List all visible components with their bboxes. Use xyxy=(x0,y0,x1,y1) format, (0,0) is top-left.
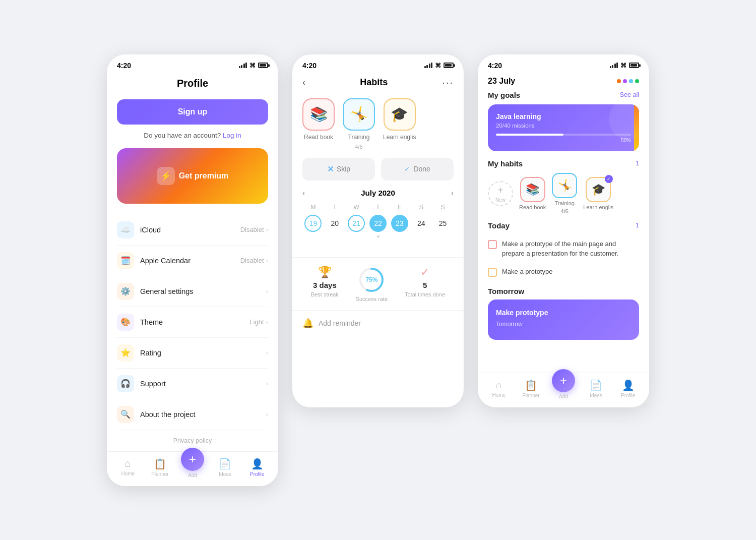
menu-item-theme[interactable]: 🎨 Theme Light › xyxy=(117,307,268,338)
skip-done-row: ✕ Skip ✓ Done xyxy=(292,158,464,189)
mini-habit-learn-english[interactable]: 🎓 ✓ Learn englis xyxy=(583,177,613,210)
chevron-right-icon: › xyxy=(266,318,268,326)
icloud-value: Disablet xyxy=(240,226,264,233)
apple-calendar-label: Apple Calendar xyxy=(140,257,240,265)
task-item-2[interactable]: Make a prototype xyxy=(488,263,639,281)
mini-learn-english-label: Learn englis xyxy=(583,204,613,210)
weekday-f: F xyxy=(389,204,410,211)
nav-add-3[interactable]: + Add xyxy=(552,378,575,399)
theme-label: Theme xyxy=(140,318,249,326)
screen3-header: 23 July xyxy=(478,73,649,91)
tomorrow-card-title: Make prototype xyxy=(496,309,631,317)
more-options-button[interactable]: ··· xyxy=(442,77,454,88)
task-item-1[interactable]: Make a prototype of the main page and pr… xyxy=(488,235,639,263)
menu-item-apple-calendar[interactable]: 🗓️ Apple Calendar Disablet › xyxy=(117,246,268,276)
nav-planner-3[interactable]: 📋 Planner xyxy=(520,379,542,398)
signup-button[interactable]: Sign up xyxy=(117,99,268,125)
nav-home-3[interactable]: ⌂ Home xyxy=(488,379,510,398)
bell-icon: 🔔 xyxy=(302,318,313,329)
menu-item-icloud[interactable]: ☁️ iCloud Disablet › xyxy=(117,215,268,246)
add-button-1[interactable]: + xyxy=(181,448,204,471)
dot-green xyxy=(635,79,639,83)
back-button[interactable]: ‹ xyxy=(302,77,305,88)
date-19[interactable]: 19 xyxy=(304,215,322,232)
status-icons-2: ⌘ xyxy=(424,62,454,69)
premium-label: ⚡ Get premium xyxy=(157,167,229,185)
bottom-nav-3: ⌂ Home 📋 Planner + Add 📄 Ideas 👤 Profile xyxy=(478,373,649,407)
menu-list: ☁️ iCloud Disablet › 🗓️ Apple Calendar D… xyxy=(117,215,268,430)
reminder-label: Add reminder xyxy=(319,319,361,327)
stat-total: ✓ 5 Total times done xyxy=(405,266,445,302)
goals-section: My goals See all Java learning 20/40 mis… xyxy=(488,91,639,151)
signal-icon-1 xyxy=(239,63,247,68)
support-label: Support xyxy=(140,380,264,388)
weekday-t: T xyxy=(324,204,346,211)
cal-next-button[interactable]: › xyxy=(451,189,454,198)
goals-title: My goals xyxy=(488,91,520,99)
task-checkbox-1[interactable] xyxy=(488,240,497,249)
nav-ideas-1[interactable]: 📄 Ideas xyxy=(214,458,236,477)
training-sublabel: 4/6 xyxy=(355,144,362,150)
menu-item-support[interactable]: 🎧 Support › xyxy=(117,369,268,399)
habit-learn-english[interactable]: 🎓 Learn englis xyxy=(383,98,416,150)
status-bar-3: 4:20 ⌘ xyxy=(478,54,649,73)
done-button[interactable]: ✓ Done xyxy=(381,158,454,181)
status-time-2: 4:20 xyxy=(302,62,317,70)
theme-value: Light xyxy=(249,318,264,326)
tomorrow-card[interactable]: Make prototype Tomorrow xyxy=(488,299,639,340)
nav-home-label-3: Home xyxy=(492,392,506,398)
menu-item-about[interactable]: 🔍 About the project › xyxy=(117,399,268,430)
nav-home-1[interactable]: ⌂ Home xyxy=(117,458,139,476)
see-all-button[interactable]: See all xyxy=(620,91,639,98)
habit-training[interactable]: 🤸 Training 4/6 xyxy=(343,98,375,150)
cal-expand-button[interactable]: ˅ xyxy=(302,232,454,249)
menu-item-rating[interactable]: ⭐ Rating › xyxy=(117,338,268,369)
date-20[interactable]: 20 xyxy=(326,215,343,232)
rating-label: Rating xyxy=(140,349,264,357)
mini-learn-english-box: 🎓 ✓ xyxy=(586,177,611,202)
nav-ideas-label-3: Ideas xyxy=(590,393,602,398)
date-22[interactable]: 22 xyxy=(369,215,387,232)
premium-banner[interactable]: ⚡ Get premium xyxy=(117,148,268,204)
goals-section-header: My goals See all xyxy=(488,91,639,99)
stat-success: 75% Success rate xyxy=(356,266,388,302)
page-title-profile: Profile xyxy=(117,78,268,89)
date-label: 23 July xyxy=(488,77,515,86)
mini-habit-read-book[interactable]: 📚 Read book xyxy=(519,177,546,210)
nav-add-1[interactable]: + Add xyxy=(181,457,204,478)
date-21[interactable]: 21 xyxy=(348,215,365,232)
habit-read-book[interactable]: 📚 Read book xyxy=(302,98,335,150)
streak-value: 3 days xyxy=(313,281,337,289)
date-25[interactable]: 25 xyxy=(434,215,452,232)
battery-icon-1 xyxy=(258,63,268,68)
phone-screen1: 4:20 ⌘ Profile Sign up Do you have an ac… xyxy=(107,54,278,486)
signal-icon-3 xyxy=(610,63,618,68)
nav-home-label-1: Home xyxy=(121,471,135,476)
login-link[interactable]: Log in xyxy=(223,132,241,139)
task-text-1: Make a prototype of the main page and pr… xyxy=(502,239,639,259)
nav-planner-1[interactable]: 📋 Planner xyxy=(149,458,171,477)
nav-profile-3[interactable]: 👤 Profile xyxy=(617,379,639,398)
success-pct: 75% xyxy=(365,276,377,283)
chevron-right-icon: › xyxy=(266,349,268,356)
task-text-2: Make a prototype xyxy=(502,267,552,277)
skip-button[interactable]: ✕ Skip xyxy=(302,158,375,181)
profile-icon-1: 👤 xyxy=(251,458,264,470)
new-habit-button[interactable]: + New xyxy=(488,181,513,206)
mini-habit-training[interactable]: 🤸 Training 4/6 xyxy=(552,173,577,214)
checkmark-icon: ✓ xyxy=(420,266,429,279)
task-checkbox-2[interactable] xyxy=(488,268,497,277)
nav-profile-1[interactable]: 👤 Profile xyxy=(246,458,268,477)
today-section-header: Today 1 xyxy=(488,221,639,230)
date-24[interactable]: 24 xyxy=(413,215,430,232)
goal-card-java[interactable]: Java learning 20/40 missions 50% xyxy=(488,104,639,151)
menu-item-general-settings[interactable]: ⚙️ General settings › xyxy=(117,276,268,307)
read-book-label: Read book xyxy=(304,134,333,141)
nav-ideas-3[interactable]: 📄 Ideas xyxy=(585,379,607,398)
add-button-3[interactable]: + xyxy=(552,369,575,392)
habits-count: 1 xyxy=(636,160,639,167)
reminder-row[interactable]: 🔔 Add reminder xyxy=(292,310,464,336)
cal-prev-button[interactable]: ‹ xyxy=(302,189,305,198)
date-23[interactable]: 23 xyxy=(391,215,408,232)
status-bar-2: 4:20 ⌘ xyxy=(292,54,464,73)
